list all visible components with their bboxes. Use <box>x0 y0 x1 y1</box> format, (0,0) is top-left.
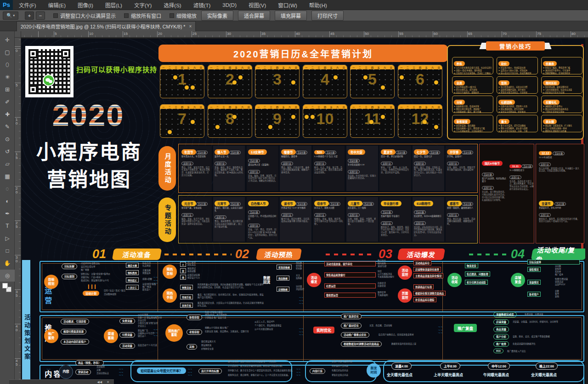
activity-card: 毕业旅行季活动主题青春不散场 毕业旅行适用行业数码电子、服饰、旅游等，面向毕业生… <box>379 197 411 242</box>
activity-card-title: 520 <box>314 150 325 154</box>
calendar-weekdays: 一二三四五六日 <box>255 105 299 109</box>
brush-tool[interactable]: ✎ <box>0 121 15 133</box>
calendar-highlight-date <box>185 85 189 90</box>
shape-tool[interactable]: □ <box>0 245 15 257</box>
option-checkbox-0[interactable]: 调整窗口大小以满屏显示 <box>53 12 116 19</box>
gradient-tool[interactable]: ▦ <box>0 170 15 182</box>
ruler-number: 0 <box>16 49 17 53</box>
hand-tool[interactable]: ✋ <box>0 257 15 269</box>
industry-tag: 适用行业 <box>248 170 260 174</box>
move-tool[interactable]: ✛ <box>0 34 15 46</box>
calendar-month-11: 一二三四五六日11 <box>350 104 395 138</box>
lasso-tool[interactable]: ⬯ <box>0 59 15 71</box>
activity-industry: 数码电子、服饰、旅游等，面向毕业生用户推出专属折扣，文案可以是：致青春少年，大好… <box>381 226 410 237</box>
activity-card-title: 3.8女神节 <box>248 149 267 155</box>
option-button-2[interactable]: 填充屏幕 <box>275 11 307 21</box>
theme-tag: 活动主题 <box>396 151 407 154</box>
stamp-tool[interactable]: ⊙ <box>0 133 15 145</box>
quick-select-tool[interactable]: ✳ <box>0 71 15 83</box>
close-icon[interactable]: ✕ <box>107 380 109 384</box>
activity-industry: 鲜花、珠宝、美妆、定制礼品等，浪漫主题营销活动，礼盒文案可以走心，送礼也能过一年… <box>414 166 443 177</box>
eyedropper-tool[interactable]: ✐ <box>0 96 15 108</box>
type-tool[interactable]: T <box>0 220 15 232</box>
menu-item-1[interactable]: 编辑(E) <box>42 0 72 10</box>
dodge-tool[interactable]: ◐ <box>0 195 15 207</box>
menu-item-8[interactable]: 视图(V) <box>243 0 272 10</box>
ruler-number: 20 <box>158 32 162 36</box>
activity-industry: 美妆、服饰、美食、家居等，引导女性用户发起“女神节犒劳自己”的活动，唤醒女性消费… <box>248 175 277 182</box>
mindmap-pw: 商品（预售，秒杀） <box>75 360 104 366</box>
theme-tag: 活动主题 <box>325 151 337 154</box>
mindmap-cb: 群发 时间 <box>367 363 381 378</box>
menu-item-9[interactable]: 窗口(W) <box>272 0 303 10</box>
activity-industry: 食品、鲜花礼盒、生鲜等，活动话题可围绕感恩、唤醒情感共鸣。 <box>447 218 476 226</box>
eraser-tool[interactable]: ▱ <box>0 158 15 170</box>
tip-card-label: 分销 <box>454 100 465 105</box>
tab-close-icon[interactable]: × <box>189 24 192 29</box>
poster-title-line2: 营销地图 <box>21 164 157 192</box>
activity-card: 开学季活动主题开学啦，装备齐！适用行业文具、数码、书包等，紧跟开学季主题开展促销… <box>446 146 477 191</box>
mindmap-tt: 河北2019年销售目标 <box>81 262 100 265</box>
menu-item-2[interactable]: 图像(I) <box>72 0 99 10</box>
ruler-number: 1 5 <box>16 152 17 160</box>
phase-dashes <box>326 254 374 255</box>
activity-card: 母亲节活动主题妈辛苦了，感恩大回馈适用行业保健品、美妆、服饰、鲜花等，宣传主题可… <box>313 197 345 242</box>
menu-item-7[interactable]: 3D(D) <box>216 0 243 10</box>
menu-item-5[interactable]: 选择(S) <box>158 0 187 10</box>
industry-tag: 适用行业 <box>414 162 426 165</box>
collapse-icon[interactable]: ◀◀ <box>97 380 102 384</box>
industry-tag: 适用行业 <box>181 213 193 217</box>
option-checkbox-label: 调整窗口大小以满屏显示 <box>60 12 116 19</box>
industry-tag: 适用行业 <box>539 163 551 166</box>
calendar-dates: 5 <box>351 69 394 98</box>
activity-theme: 妈辛苦了，感恩大回馈 <box>314 207 343 209</box>
calendar-month-6: 一二三四五六日6 <box>398 65 442 98</box>
mindmap-pw: 活动流量 <box>119 343 135 349</box>
zoom-out-button[interactable]: − <box>36 11 45 20</box>
option-checkbox-1[interactable]: 缩放所有窗口 <box>124 12 161 19</box>
calendar-weekdays: 一二三四五六日 <box>208 105 252 109</box>
marquee-tool[interactable]: ▢ <box>0 46 15 58</box>
option-checkbox-2[interactable]: 细微缩放 <box>170 12 197 19</box>
option-button-3[interactable]: 打印尺寸 <box>311 11 344 21</box>
menu-item-0[interactable]: 文件(F) <box>13 0 42 10</box>
menu-item-10[interactable]: 帮助(H) <box>303 0 333 10</box>
qr-code <box>25 46 74 97</box>
mini-status-bar: ◀◀ ✕ <box>9 379 114 384</box>
activity-theme: 开学啦，装备齐！ <box>447 155 476 158</box>
healing-tool[interactable]: ✚ <box>0 108 15 120</box>
mindmap-tt: 销售目标：访客×转化率×客单价 <box>81 273 110 276</box>
activity-theme: 清凉一夏，夏日必备好物 <box>381 155 410 158</box>
menu-item-4[interactable]: 文字(Y) <box>128 0 158 10</box>
mindmap-tt: 推广成本 <box>555 273 563 276</box>
phase-banner-02: 活动预热 <box>256 248 302 260</box>
option-button-0[interactable]: 实际像素 <box>201 11 233 21</box>
zoom-tool-icon[interactable]: 🔍▾ <box>3 11 18 20</box>
zoom-in-button[interactable]: + <box>25 11 34 20</box>
calendar-dates: 11 <box>351 109 394 137</box>
activity-industry: 美妆、鲜花、珠宝、服饰等礼品行业，瞄准情人节送礼人群，推出定制礼盒，帮TA挑选心… <box>215 166 243 177</box>
calendar-month-number: 7 <box>160 110 204 128</box>
mindmap-tt: 运营PV/UV <box>555 283 565 286</box>
zoom-tool[interactable]: ◎ <box>0 270 15 282</box>
path-select-tool[interactable]: ▷ <box>0 232 15 244</box>
mindmap-tt: 职责到人 <box>142 288 151 291</box>
theme-tag: 活动主题 <box>381 210 393 214</box>
industry-tag: 适用行业 <box>348 170 360 174</box>
band-label-0: 运营 <box>43 287 52 307</box>
option-button-1[interactable]: 适合屏幕 <box>238 11 270 21</box>
pen-tool[interactable]: ✒ <box>0 208 15 220</box>
activity-card-title: 七夕节 <box>414 149 429 155</box>
document-canvas[interactable]: 扫码可以获得小程序扶持 2020 小程序电商 营销地图 2020营销日历&全年营… <box>21 39 588 384</box>
menu-item-3[interactable]: 图层(L) <box>99 0 128 10</box>
tip-card-3: 会员➤ 会员等级设置1-3级为佳➤ 积分兑换礼品，提升复购➤ 会员日专属折扣，增… <box>452 76 493 94</box>
document-tab[interactable]: 2020小程序电商营销地图.jpg @ 12.5% (扫码可以获得小程序扶持, … <box>17 21 196 31</box>
foreground-color-swatch[interactable] <box>2 283 8 288</box>
mindmap-cr: 活动 爆发 <box>307 273 321 287</box>
crop-tool[interactable]: ⊞ <box>0 84 15 96</box>
blur-tool[interactable]: ◌ <box>0 183 15 195</box>
industry-tag: 适用行业 <box>314 162 326 165</box>
industry-tag: 适用行业 <box>281 162 293 165</box>
menu-item-6[interactable]: 滤镜(T) <box>187 0 217 10</box>
history-brush-tool[interactable]: ↺ <box>0 146 15 158</box>
